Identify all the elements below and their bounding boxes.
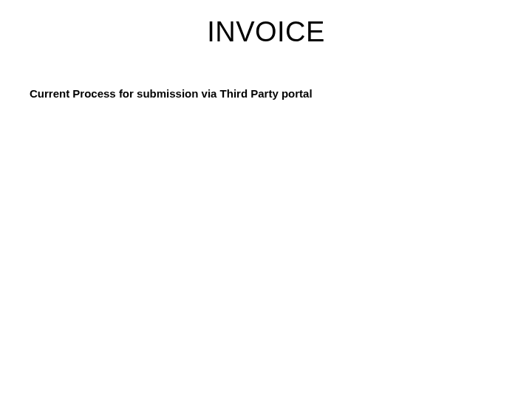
document-title: INVOICE	[0, 16, 532, 48]
document-subtitle: Current Process for submission via Third…	[30, 87, 313, 100]
